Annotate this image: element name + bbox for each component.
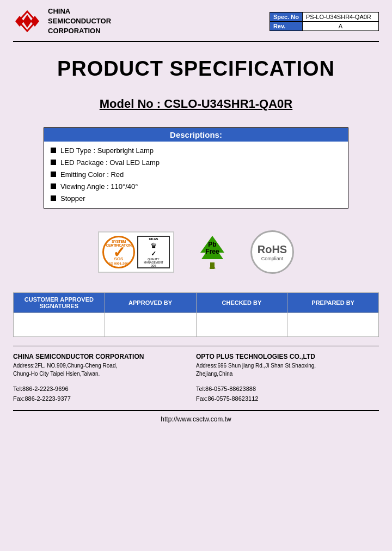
company1-address1: Address:2FL. NO.909,Chung-Cheng Road,: [13, 362, 196, 370]
footer-contact-col-1: Tel:886-2-2223-9696 Fax:886-2-2223-9377: [13, 384, 196, 403]
ukas-badge: UKAS ♛ ✓ QUALITY MANAGEMENT 005: [137, 236, 170, 268]
bullet-icon: [51, 195, 56, 201]
sig-cell-2: [105, 313, 196, 337]
company-name: CHINA SEMICONDUCTOR CORPORATION: [48, 7, 111, 36]
company2-address1: Address:696 Shun jiang Rd.,Ji Shan St.Sh…: [196, 362, 379, 370]
main-title: PRODUCT SPECIFICATION: [13, 57, 379, 81]
company2-address2: Zhejiang,China: [196, 370, 379, 378]
rev-value: A: [303, 21, 379, 30]
desc-item-3: Emitting Color : Red: [51, 169, 341, 181]
desc-item-5: Stopper: [51, 193, 341, 205]
crown-icon: ♛: [150, 241, 157, 250]
rohs-text: RoHS: [258, 243, 287, 256]
rohs-sub: Compliant: [261, 256, 284, 261]
footer-contact-col-2: Tel:86-0575-88623888 Fax:86-0575-8862311…: [196, 384, 379, 403]
sig-col-2: APPROVED BY: [105, 293, 196, 313]
sig-col-3: CHECKED BY: [196, 293, 287, 313]
ukas-code: 005: [151, 264, 156, 267]
iso-text: ISO 9001:2000: [104, 262, 133, 265]
company2-fax: Fax:86-0575-88623112: [196, 394, 379, 404]
desc-item-1: LED Type : Superbright Lamp: [51, 145, 341, 157]
company-logo: [13, 7, 41, 35]
ukas-label: UKAS: [149, 237, 158, 241]
footer-company-1: CHINA SEMICONDUCTOR CORPORATION Address:…: [13, 353, 196, 378]
sig-col-1: CUSTOMER APPROVED SIGNATURES: [14, 293, 105, 313]
desc-header: Descriptions:: [44, 128, 348, 142]
model-number: Model No : CSLO-U34SHR1-QA0R: [13, 97, 379, 111]
sig-col-4: PREPARED BY: [287, 293, 379, 313]
company2-tel: Tel:86-0575-88623888: [196, 384, 379, 394]
svg-marker-1: [23, 15, 32, 28]
bullet-icon: [51, 160, 56, 165]
sig-cell-1: [14, 313, 105, 337]
company1-fax: Fax:886-2-2223-9377: [13, 394, 196, 404]
ukas-check-icon: ✓: [151, 250, 156, 258]
desc-item-2: LED Package : Oval LED Lamp: [51, 157, 341, 169]
footer-url: http://www.csctw.com.tw: [0, 411, 392, 427]
pb-free-badge: Pb Free: [196, 233, 229, 271]
model-section: Model No : CSLO-U34SHR1-QA0R: [0, 91, 392, 122]
header-left: CHINA SEMICONDUCTOR CORPORATION: [13, 7, 111, 36]
header: CHINA SEMICONDUCTOR CORPORATION Spec. No…: [0, 0, 392, 41]
company1-tel: Tel:886-2-2223-9696: [13, 384, 196, 394]
footer-contact: Tel:886-2-2223-9696 Fax:886-2-2223-9377 …: [0, 382, 392, 410]
descriptions-section: Descriptions: LED Type : Superbright Lam…: [44, 127, 348, 209]
company2-name: OPTO PLUS TECHNOLOGIES CO.,LTD: [196, 353, 379, 360]
company1-address2: Chung-Ho City Taipei Hsien,Taiwan.: [13, 370, 196, 378]
footer-company-2: OPTO PLUS TECHNOLOGIES CO.,LTD Address:6…: [196, 353, 379, 378]
bullet-icon: [51, 172, 56, 177]
url-text: http://www.csctw.com.tw: [161, 415, 231, 423]
rev-label: Rev.: [270, 21, 302, 30]
signatures-section: CUSTOMER APPROVED SIGNATURES APPROVED BY…: [13, 292, 379, 337]
sig-cell-4: [287, 313, 379, 337]
title-section: PRODUCT SPECIFICATION: [0, 42, 392, 91]
sig-cell-3: [196, 313, 287, 337]
desc-body: LED Type : Superbright Lamp LED Package …: [44, 142, 348, 208]
spec-no-value: PS-LO-U34SHR4-QA0R: [303, 12, 379, 21]
bullet-icon: [51, 183, 56, 189]
pb-text: Pb Free: [205, 241, 219, 255]
bullet-icon: [51, 148, 56, 153]
desc-item-4: Viewing Angle : 110°/40°: [51, 181, 341, 193]
rohs-badge: RoHS Compliant: [250, 230, 294, 274]
sgs-badge: SYSTEM CERTIFICATION ✓ ISO 9001:2000 SGS…: [98, 231, 174, 273]
iso-circle: SYSTEM CERTIFICATION ✓ ISO 9001:2000 SGS: [102, 236, 135, 268]
company1-name: CHINA SEMICONDUCTOR CORPORATION: [13, 353, 196, 360]
sig-row: [14, 313, 379, 337]
footer-companies: CHINA SEMICONDUCTOR CORPORATION Address:…: [0, 346, 392, 382]
svg-marker-7: [209, 265, 216, 268]
sgs-label: SGS: [114, 256, 124, 261]
spec-no-label: Spec. No: [270, 12, 302, 21]
cert-section: SYSTEM CERTIFICATION ✓ ISO 9001:2000 SGS…: [0, 219, 392, 287]
signatures-table: CUSTOMER APPROVED SIGNATURES APPROVED BY…: [13, 292, 379, 337]
spec-info-table: Spec. No PS-LO-U34SHR4-QA0R Rev. A: [270, 12, 379, 31]
